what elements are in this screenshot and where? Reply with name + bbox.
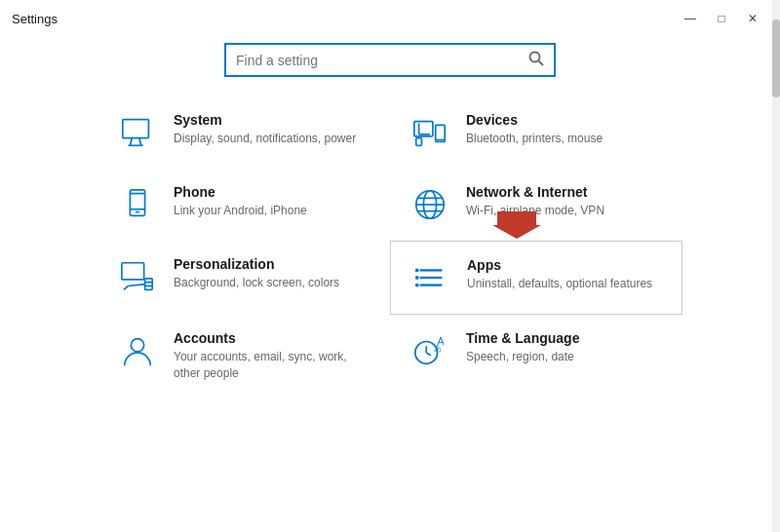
time-desc: Speech, region, date	[466, 349, 579, 365]
accounts-desc: Your accounts, email, sync, work, other …	[174, 349, 370, 382]
phone-desc: Link your Android, iPhone	[174, 203, 307, 219]
svg-text:あ: あ	[434, 344, 442, 353]
network-title: Network & Internet	[466, 184, 604, 200]
apps-row: PersonalizationBackground, lock screen, …	[98, 241, 682, 315]
personalization-text: PersonalizationBackground, lock screen, …	[174, 256, 339, 291]
app-title: Settings	[12, 12, 58, 26]
scrollbar[interactable]	[772, 0, 780, 532]
devices-text: DevicesBluetooth, printers, mouse	[466, 112, 603, 147]
time-title: Time & Language	[466, 330, 579, 346]
svg-line-37	[426, 353, 431, 356]
title-bar: Settings — □ ✕	[0, 0, 780, 33]
setting-item-personalization[interactable]: PersonalizationBackground, lock screen, …	[98, 241, 390, 315]
svg-point-33	[415, 284, 419, 287]
personalization-desc: Background, lock screen, colors	[174, 275, 339, 291]
accounts-icon	[117, 330, 158, 371]
search-input[interactable]	[236, 53, 528, 68]
apps-icon	[410, 257, 451, 298]
system-title: System	[174, 112, 356, 128]
svg-rect-25	[145, 279, 153, 289]
system-icon	[117, 112, 158, 153]
setting-item-system[interactable]: SystemDisplay, sound, notifications, pow…	[98, 96, 390, 169]
setting-item-time[interactable]: A あ Time & LanguageSpeech, region, date	[390, 315, 682, 398]
svg-line-4	[139, 138, 141, 146]
search-box[interactable]	[224, 43, 556, 77]
svg-marker-21	[492, 211, 541, 239]
svg-rect-2	[123, 120, 149, 138]
svg-line-23	[129, 285, 145, 286]
phone-text: PhoneLink your Android, iPhone	[174, 184, 307, 219]
personalization-icon	[117, 256, 158, 297]
setting-item-phone[interactable]: PhoneLink your Android, iPhone	[98, 169, 390, 241]
scrollbar-thumb[interactable]	[772, 19, 780, 97]
svg-line-1	[539, 61, 544, 66]
network-icon	[410, 184, 450, 225]
apps-text: AppsUninstall, defaults, optional featur…	[467, 257, 652, 292]
setting-item-devices[interactable]: DevicesBluetooth, printers, mouse	[390, 96, 682, 169]
time-icon: A あ	[410, 330, 450, 371]
svg-point-32	[415, 276, 419, 280]
devices-icon	[410, 112, 450, 153]
search-icon	[528, 51, 544, 69]
accounts-title: Accounts	[174, 330, 370, 346]
svg-line-3	[130, 138, 132, 146]
apps-title: Apps	[467, 257, 652, 273]
svg-rect-22	[122, 263, 144, 280]
close-button[interactable]: ✕	[737, 8, 768, 29]
setting-item-apps[interactable]: AppsUninstall, defaults, optional featur…	[390, 241, 682, 315]
window-controls: — □ ✕	[675, 8, 768, 29]
phone-title: Phone	[174, 184, 307, 200]
arrow-indicator	[492, 208, 541, 243]
personalization-title: Personalization	[174, 256, 339, 272]
svg-line-24	[124, 286, 129, 290]
setting-item-accounts[interactable]: AccountsYour accounts, email, sync, work…	[98, 315, 390, 398]
apps-desc: Uninstall, defaults, optional features	[467, 276, 652, 292]
system-text: SystemDisplay, sound, notifications, pow…	[174, 112, 356, 147]
phone-icon	[117, 184, 158, 225]
accounts-text: AccountsYour accounts, email, sync, work…	[174, 330, 370, 382]
svg-point-34	[131, 339, 143, 352]
maximize-button[interactable]: □	[706, 8, 737, 29]
svg-point-0	[530, 53, 540, 62]
devices-desc: Bluetooth, printers, mouse	[466, 131, 603, 147]
settings-grid: SystemDisplay, sound, notifications, pow…	[20, 96, 760, 398]
devices-title: Devices	[466, 112, 603, 128]
minimize-button[interactable]: —	[675, 8, 706, 29]
svg-rect-9	[416, 138, 422, 146]
svg-point-31	[415, 269, 419, 273]
time-text: Time & LanguageSpeech, region, date	[466, 330, 579, 365]
search-container	[0, 33, 780, 96]
system-desc: Display, sound, notifications, power	[174, 131, 356, 147]
